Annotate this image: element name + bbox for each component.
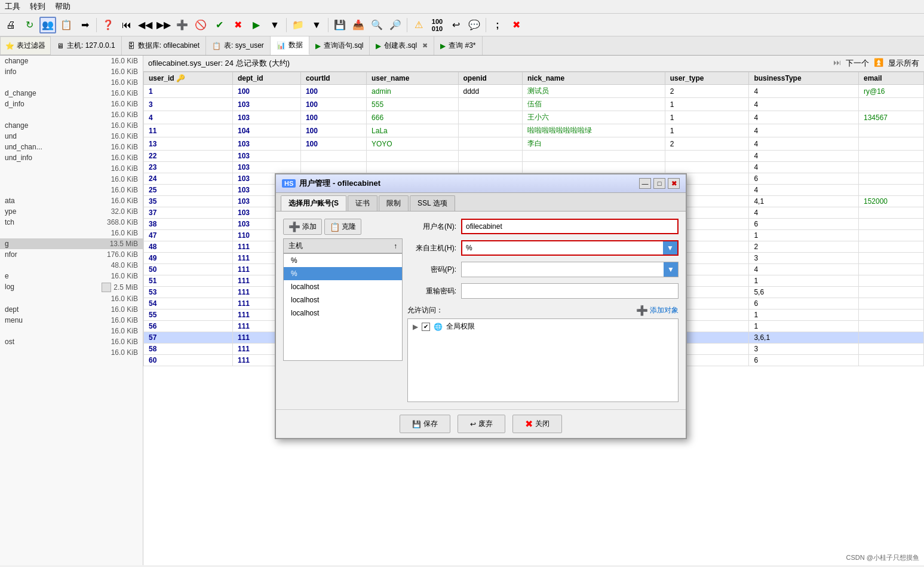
dialog-discard-button[interactable]: ↩ 废弃 xyxy=(458,415,505,433)
tab-select-account[interactable]: 选择用户账号(S xyxy=(281,195,346,211)
list-item[interactable]: ata16.0 KiB xyxy=(0,195,143,206)
close-button[interactable]: ✖ xyxy=(508,17,524,33)
user-management-dialog[interactable]: HS 用户管理 - ofilecabinet — □ ✖ 选择用户账号(S 证书… xyxy=(275,173,687,439)
menu-goto[interactable]: 转到 xyxy=(30,1,45,12)
add-user-button[interactable]: ➕ 添加 xyxy=(283,219,322,235)
col-user_type[interactable]: user_type xyxy=(665,72,749,85)
confirm-button[interactable]: ✔ xyxy=(211,17,228,33)
list-item[interactable]: und_info16.0 KiB xyxy=(0,152,143,163)
password-input[interactable] xyxy=(462,263,664,275)
host-item[interactable]: localhost xyxy=(284,280,402,293)
list-item[interactable]: 48.0 KiB xyxy=(0,260,143,271)
nav-show-all-label[interactable]: 显示所有 xyxy=(888,58,919,69)
menu-tools[interactable]: 工具 xyxy=(5,1,20,12)
list-item[interactable]: d_info16.0 KiB xyxy=(0,99,143,109)
list-item[interactable]: log 2.5 MiB xyxy=(0,281,143,293)
tab-create-close[interactable]: ✖ xyxy=(422,42,428,50)
dialog-maximize-button[interactable]: □ xyxy=(653,178,665,189)
refresh-button[interactable]: ↻ xyxy=(21,17,38,33)
list-item[interactable]: ost16.0 KiB xyxy=(0,336,143,347)
list-item[interactable]: 16.0 KiB xyxy=(0,109,143,120)
add-button[interactable]: ➕ xyxy=(174,17,191,33)
expand-icon[interactable]: ▶ xyxy=(413,323,418,331)
binary-button[interactable]: 100010 xyxy=(429,17,446,33)
table-row[interactable]: 221034 xyxy=(144,151,924,162)
col-user_name[interactable]: user_name xyxy=(367,72,458,85)
list-item[interactable]: e16.0 KiB xyxy=(0,271,143,281)
table-row[interactable]: 11104100LaLa啦啦啦啦啦啦啦啦绿14 xyxy=(144,124,924,137)
save-file-button[interactable]: 💾 xyxy=(331,17,348,33)
list-item[interactable]: info16.0 KiB xyxy=(0,66,143,77)
dialog-minimize-button[interactable]: — xyxy=(639,178,651,189)
import-button[interactable]: 📥 xyxy=(350,17,367,33)
filter-search-button[interactable]: 🔎 xyxy=(387,17,404,33)
dialog-close-button[interactable]: ✖ xyxy=(668,178,680,189)
list-item[interactable]: und_chan...16.0 KiB xyxy=(0,142,143,152)
run-button[interactable]: ▶ xyxy=(248,17,265,33)
tab-host[interactable]: 🖥 主机: 127.0.0.1 xyxy=(51,36,122,55)
list-item[interactable]: change16.0 KiB xyxy=(0,56,143,66)
host-input[interactable] xyxy=(462,242,663,254)
first-button[interactable]: ⏮ xyxy=(118,17,135,33)
list-item[interactable]: 16.0 KiB xyxy=(0,293,143,304)
clone-user-button[interactable]: 📋 克隆 xyxy=(324,219,361,235)
col-nick_name[interactable]: nick_name xyxy=(523,72,665,85)
host-item[interactable]: localhost xyxy=(284,293,402,307)
search-button[interactable]: 🔍 xyxy=(369,17,385,33)
confirm-pwd-input[interactable] xyxy=(461,283,679,299)
dialog-close-footer-button[interactable]: ✖ 关闭 xyxy=(512,415,562,433)
export-button[interactable]: ➡ xyxy=(76,17,93,33)
table-row[interactable]: 13103100YOYO李白24 xyxy=(144,137,924,151)
password-dropdown-arrow[interactable]: ▼ xyxy=(664,262,678,277)
list-item[interactable]: change16.0 KiB xyxy=(0,120,143,131)
col-email[interactable]: email xyxy=(859,72,924,85)
list-item[interactable]: 16.0 KiB xyxy=(0,185,143,195)
folder-button[interactable]: 📁 xyxy=(290,17,306,33)
host-item-selected[interactable]: % xyxy=(284,267,402,280)
semicolon-button[interactable]: ; xyxy=(489,17,506,33)
username-input[interactable] xyxy=(461,219,679,234)
list-item[interactable]: 16.0 KiB xyxy=(0,163,143,174)
list-item[interactable]: 16.0 KiB xyxy=(0,326,143,336)
col-businessType[interactable]: businessType xyxy=(749,72,859,85)
print-button[interactable]: 🖨 xyxy=(2,17,19,33)
table-row[interactable]: 1100100admindddd测试员24ry@16 xyxy=(144,85,924,98)
list-item[interactable]: 16.0 KiB xyxy=(0,77,143,88)
nav-next-label[interactable]: 下一个 xyxy=(846,58,869,69)
menu-help[interactable]: 帮助 xyxy=(55,1,70,12)
list-item[interactable]: nfor176.0 KiB xyxy=(0,249,143,260)
prev-button[interactable]: ◀◀ xyxy=(137,17,154,33)
list-item[interactable]: tch368.0 KiB xyxy=(0,217,143,228)
list-item[interactable]: d_change16.0 KiB xyxy=(0,88,143,99)
tab-certificate[interactable]: 证书 xyxy=(348,195,377,211)
run-dropdown[interactable]: ▼ xyxy=(266,17,283,33)
checkbox-log[interactable] xyxy=(102,283,111,292)
list-item[interactable]: und16.0 KiB xyxy=(0,131,143,142)
host-sort-icon[interactable]: ↑ xyxy=(394,242,397,250)
list-item[interactable]: g13.5 MiB xyxy=(0,238,143,249)
col-courtId[interactable]: courtId xyxy=(300,72,366,85)
cancel-button[interactable]: 🚫 xyxy=(192,17,209,33)
table-button[interactable]: 📋 xyxy=(58,17,75,33)
folder-dropdown[interactable]: ▼ xyxy=(308,17,325,33)
host-dropdown-arrow[interactable]: ▼ xyxy=(663,241,677,255)
users-button[interactable]: 👥 xyxy=(39,17,56,33)
tab-database[interactable]: 🗄 数据库: ofilecabinet xyxy=(122,36,206,55)
add-object-button[interactable]: ➕ 添加对象 xyxy=(636,305,679,316)
access-item-global[interactable]: ▶ ✔ 🌐 全局权限 xyxy=(408,319,678,334)
col-dept_id[interactable]: dept_id xyxy=(232,72,300,85)
table-row[interactable]: 4103100666王小六14134567 xyxy=(144,111,924,124)
delete-button[interactable]: ✖ xyxy=(229,17,246,33)
dialog-save-button[interactable]: 💾 保存 xyxy=(400,415,450,433)
tab-create-sql[interactable]: ▶ 创建表.sql ✖ xyxy=(370,36,434,55)
warning-button[interactable]: ⚠ xyxy=(410,17,427,33)
list-item[interactable]: dept16.0 KiB xyxy=(0,304,143,315)
col-openid[interactable]: openid xyxy=(458,72,523,85)
help-button[interactable]: ❓ xyxy=(100,17,116,33)
reset-button[interactable]: ↩ xyxy=(447,17,464,33)
table-row[interactable]: 3103100555伍佰14 xyxy=(144,98,924,111)
list-item[interactable]: 16.0 KiB xyxy=(0,347,143,358)
tab-data[interactable]: 📊 数据 xyxy=(271,36,309,55)
tab-ssl-options[interactable]: SSL 选项 xyxy=(410,195,455,211)
global-checkbox[interactable]: ✔ xyxy=(422,323,430,331)
